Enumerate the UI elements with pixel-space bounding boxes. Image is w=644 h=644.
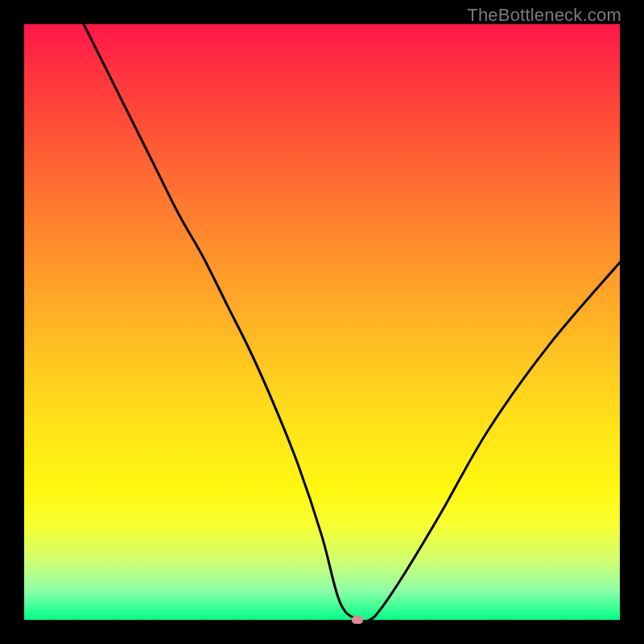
- watermark-text: TheBottleneck.com: [467, 5, 621, 26]
- minimum-marker: [352, 616, 363, 624]
- plot-area: [24, 24, 620, 620]
- chart-frame: TheBottleneck.com: [0, 0, 644, 644]
- bottleneck-curve: [24, 24, 620, 620]
